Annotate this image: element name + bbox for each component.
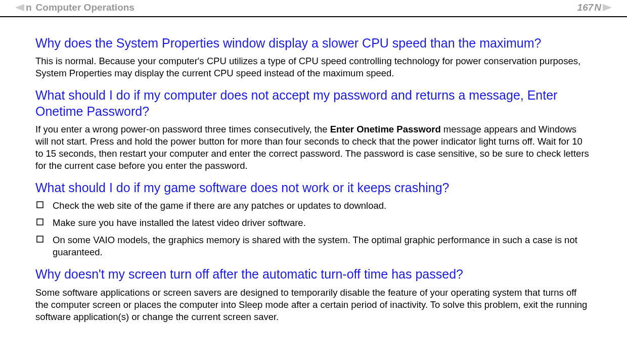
nav-hint-prev: n — [26, 2, 32, 13]
nav-prev-icon[interactable] — [15, 4, 24, 11]
faq-body: If you enter a wrong power-on password t… — [35, 123, 592, 172]
svg-rect-0 — [37, 202, 43, 208]
list-item-text: Make sure you have installed the latest … — [53, 217, 592, 229]
svg-rect-1 — [37, 219, 43, 225]
faq-body: Some software applications or screen sav… — [35, 287, 592, 323]
header-left: n Computer Operations — [15, 2, 135, 13]
faq-heading: What should I do if my game software doe… — [35, 180, 592, 196]
list-item: On some VAIO models, the graphics memory… — [35, 234, 592, 258]
svg-rect-2 — [37, 236, 43, 242]
text-prefix: If you enter a wrong power-on password t… — [35, 124, 330, 134]
faq-heading: Why does the System Properties window di… — [35, 35, 592, 51]
faq-body: This is normal. Because your computer's … — [35, 55, 592, 79]
text-bold: Enter Onetime Password — [330, 124, 441, 134]
list-item-text: On some VAIO models, the graphics memory… — [53, 234, 592, 258]
list-item: Check the web site of the game if there … — [35, 200, 592, 212]
page-header: n Computer Operations 167 N — [0, 0, 627, 17]
list-item: Make sure you have installed the latest … — [35, 217, 592, 229]
section-title: Computer Operations — [36, 2, 135, 13]
faq-heading: What should I do if my computer does not… — [35, 87, 592, 119]
nav-next-icon[interactable] — [603, 4, 612, 11]
faq-heading: Why doesn't my screen turn off after the… — [35, 266, 592, 282]
page-number: 167 — [577, 2, 594, 13]
checkbox-bullet-icon — [36, 236, 43, 243]
checkbox-bullet-icon — [36, 201, 43, 208]
content-area: Why does the System Properties window di… — [0, 17, 627, 323]
checkbox-bullet-icon — [36, 218, 43, 225]
nav-hint-next: N — [594, 2, 601, 13]
list-item-text: Check the web site of the game if there … — [53, 200, 592, 212]
header-right: 167 N — [576, 2, 612, 13]
faq-list: Check the web site of the game if there … — [35, 200, 592, 258]
